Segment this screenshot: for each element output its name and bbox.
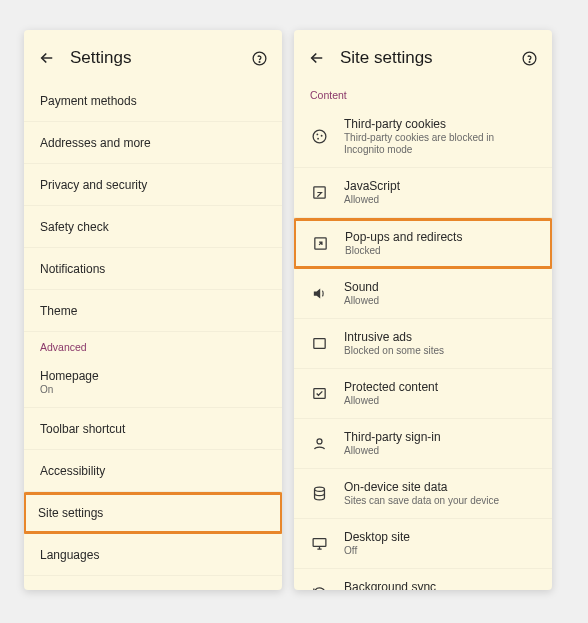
signin-icon: [308, 433, 330, 455]
svg-point-1: [259, 61, 260, 62]
row-label: Third-party sign-in: [344, 430, 536, 444]
row-label: Sound: [344, 280, 536, 294]
row-label: Homepage: [40, 369, 266, 383]
cookie-icon: [308, 126, 330, 148]
row-intrusive-ads[interactable]: Intrusive adsBlocked on some sites: [294, 319, 552, 369]
row-site-data[interactable]: On-device site dataSites can save data o…: [294, 469, 552, 519]
protected-icon: [308, 383, 330, 405]
javascript-icon: [308, 182, 330, 204]
row-cookies[interactable]: Third-party cookiesThird-party cookies a…: [294, 106, 552, 168]
row-javascript[interactable]: JavaScriptAllowed: [294, 168, 552, 218]
settings-screen: Settings Payment methods Addresses and m…: [24, 30, 282, 590]
row-popups[interactable]: Pop-ups and redirectsBlocked: [294, 218, 552, 269]
row-label: Accessibility: [40, 464, 266, 478]
svg-rect-14: [313, 539, 326, 547]
header: Site settings: [294, 30, 552, 80]
row-label: JavaScript: [344, 179, 536, 193]
sync-icon: [308, 583, 330, 591]
site-settings-list: Content Third-party cookiesThird-party c…: [294, 80, 552, 590]
ads-icon: [308, 333, 330, 355]
row-sublabel: Blocked: [345, 245, 537, 257]
row-sublabel: Blocked on some sites: [344, 345, 536, 357]
row-label: Toolbar shortcut: [40, 422, 266, 436]
row-signin[interactable]: Third-party sign-inAllowed: [294, 419, 552, 469]
help-icon[interactable]: [250, 49, 268, 67]
row-addresses[interactable]: Addresses and more: [24, 122, 282, 164]
row-label: Safety check: [40, 220, 266, 234]
row-sublabel: On: [40, 384, 266, 396]
row-sublabel: Sites can save data on your device: [344, 495, 536, 507]
row-label: Addresses and more: [40, 136, 266, 150]
svg-point-3: [529, 61, 530, 62]
row-desktop-site[interactable]: Desktop siteOff: [294, 519, 552, 569]
row-label: On-device site data: [344, 480, 536, 494]
section-advanced: Advanced: [24, 332, 282, 358]
row-downloads[interactable]: Downloads: [24, 576, 282, 590]
row-languages[interactable]: Languages: [24, 534, 282, 576]
back-arrow-icon[interactable]: [308, 49, 326, 67]
row-label: Downloads: [40, 590, 266, 591]
svg-point-4: [313, 130, 326, 143]
svg-point-12: [317, 439, 322, 444]
row-toolbar-shortcut[interactable]: Toolbar shortcut: [24, 408, 282, 450]
help-icon[interactable]: [520, 49, 538, 67]
row-sublabel: Allowed: [344, 295, 536, 307]
settings-list: Payment methods Addresses and more Priva…: [24, 80, 282, 590]
row-label: Protected content: [344, 380, 536, 394]
desktop-icon: [308, 533, 330, 555]
row-label: Privacy and security: [40, 178, 266, 192]
row-sublabel: Allowed: [344, 194, 536, 206]
row-label: Payment methods: [40, 94, 266, 108]
row-label: Theme: [40, 304, 266, 318]
row-label: Languages: [40, 548, 266, 562]
row-label: Site settings: [38, 506, 267, 520]
page-title: Settings: [70, 48, 236, 68]
row-label: Notifications: [40, 262, 266, 276]
popup-icon: [309, 233, 331, 255]
row-sublabel: Off: [344, 545, 536, 557]
section-content: Content: [294, 80, 552, 106]
row-privacy[interactable]: Privacy and security: [24, 164, 282, 206]
svg-point-13: [314, 487, 324, 491]
row-theme[interactable]: Theme: [24, 290, 282, 332]
svg-point-5: [316, 133, 318, 135]
site-settings-screen: Site settings Content Third-party cookie…: [294, 30, 552, 590]
svg-point-7: [317, 138, 319, 140]
row-homepage[interactable]: HomepageOn: [24, 358, 282, 408]
row-accessibility[interactable]: Accessibility: [24, 450, 282, 492]
row-label: Third-party cookies: [344, 117, 536, 131]
row-sublabel: Allowed: [344, 395, 536, 407]
row-label: Pop-ups and redirects: [345, 230, 537, 244]
row-sound[interactable]: SoundAllowed: [294, 269, 552, 319]
svg-rect-10: [313, 339, 324, 349]
row-protected-content[interactable]: Protected contentAllowed: [294, 369, 552, 419]
row-safety-check[interactable]: Safety check: [24, 206, 282, 248]
row-payment-methods[interactable]: Payment methods: [24, 80, 282, 122]
row-label: Background sync: [344, 580, 536, 590]
sound-icon: [308, 283, 330, 305]
database-icon: [308, 483, 330, 505]
row-sublabel: Allowed: [344, 445, 536, 457]
page-title: Site settings: [340, 48, 506, 68]
header: Settings: [24, 30, 282, 80]
row-background-sync[interactable]: Background syncAllowed: [294, 569, 552, 590]
svg-point-6: [320, 135, 322, 137]
row-notifications[interactable]: Notifications: [24, 248, 282, 290]
row-label: Intrusive ads: [344, 330, 536, 344]
row-site-settings[interactable]: Site settings: [24, 492, 282, 534]
back-arrow-icon[interactable]: [38, 49, 56, 67]
row-sublabel: Third-party cookies are blocked in Incog…: [344, 132, 536, 156]
row-label: Desktop site: [344, 530, 536, 544]
